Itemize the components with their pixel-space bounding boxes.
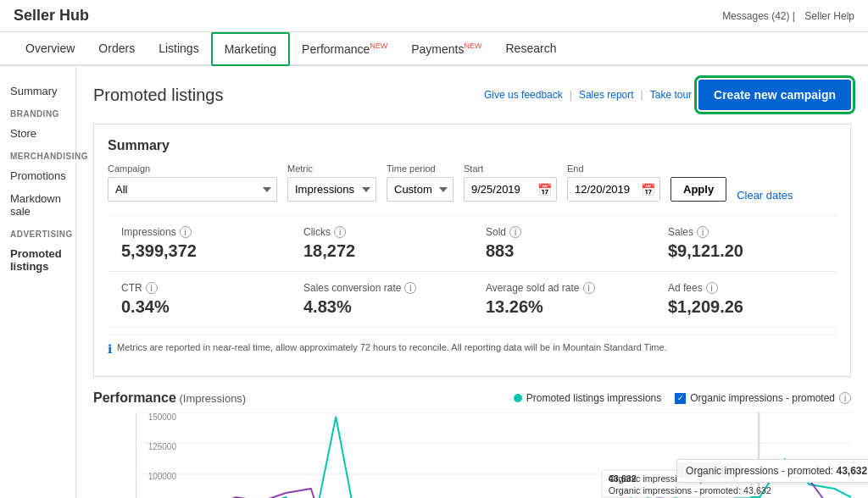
chart-legend: Promoted listings impressions Organic im… <box>514 392 851 404</box>
nav-listings[interactable]: Listings <box>147 33 210 65</box>
scr-info-icon[interactable]: i <box>404 282 416 294</box>
start-label: Start <box>464 163 557 174</box>
metric-impressions: Impressions i 5,399,372 <box>108 216 290 272</box>
chart-container: Organic impressions - promoted: 43,632 O… <box>136 412 851 498</box>
asar-info-icon[interactable]: i <box>583 282 595 294</box>
performance-subtitle: (Impressions) <box>179 392 246 405</box>
metric-scr-label: Sales conversion rate i <box>303 282 459 294</box>
metric-ctr: CTR i 0.34% <box>108 272 290 328</box>
sidebar-item-store[interactable]: Store <box>0 122 75 145</box>
apply-button[interactable]: Apply <box>670 177 726 202</box>
metric-ctr-value: 0.34% <box>121 297 276 317</box>
metric-clicks: Clicks i 18,272 <box>290 216 472 272</box>
summary-title: Summary <box>108 138 837 153</box>
sidebar-section-advertising: ADVERTISING <box>0 223 75 242</box>
impressions-info-icon[interactable]: i <box>180 226 192 238</box>
nav-payments[interactable]: PaymentsNEW <box>399 33 493 66</box>
organic-legend-label: Organic impressions - promoted <box>690 392 835 404</box>
y-label-100k: 100000 <box>136 472 176 481</box>
metric-clicks-label: Clicks i <box>303 226 459 238</box>
metric-impressions-label: Impressions i <box>121 226 276 238</box>
page-title: Promoted listings <box>93 86 223 105</box>
sidebar: Summary BRANDING Store MERCHANDISING Pro… <box>0 66 76 498</box>
legend-promoted: Promoted listings impressions <box>514 392 661 404</box>
metrics-notice: ℹ Metrics are reported in near-real time… <box>108 335 837 362</box>
metric-scr: Sales conversion rate i 4.83% <box>290 272 472 328</box>
metric-select[interactable]: Impressions <box>287 177 376 202</box>
svg-text:Organic impressions - promoted: Organic impressions - promoted: 43,632 <box>609 485 771 495</box>
metric-sold: Sold i 883 <box>472 216 654 272</box>
create-campaign-button[interactable]: Create new campaign <box>698 80 851 110</box>
performance-section: Performance (Impressions) Promoted listi… <box>93 390 851 498</box>
end-label: End <box>567 163 660 174</box>
nav-research[interactable]: Research <box>494 33 569 65</box>
nav-orders[interactable]: Orders <box>86 33 147 65</box>
nav-performance[interactable]: PerformanceNEW <box>290 33 399 66</box>
messages-link[interactable]: Messages (42) <box>722 10 789 22</box>
metric-clicks-value: 18,272 <box>303 241 459 261</box>
sidebar-section-branding: BRANDING <box>0 102 75 122</box>
metric-sold-label: Sold i <box>486 226 641 238</box>
promoted-legend-label: Promoted listings impressions <box>526 392 661 404</box>
give-feedback-link[interactable]: Give us feedback <box>484 89 563 101</box>
ctr-info-icon[interactable]: i <box>146 282 158 294</box>
legend-organic: Organic impressions - promoted i <box>675 392 851 404</box>
y-axis: 150000 125000 100000 75000 50000 25000 0 <box>136 412 176 498</box>
end-filter: End 📅 <box>567 163 660 202</box>
metric-asar-label: Average sold ad rate i <box>486 282 641 294</box>
sidebar-item-promoted-listings[interactable]: Promoted listings <box>0 242 75 278</box>
metric-ad-fees-value: $1,209.26 <box>668 297 823 317</box>
organic-legend-checkbox[interactable] <box>675 393 686 404</box>
metrics-grid: Impressions i 5,399,372 Clicks i 18,272 … <box>108 215 837 328</box>
metric-sales-value: $9,121.20 <box>668 241 823 261</box>
nav-overview[interactable]: Overview <box>14 33 86 65</box>
chart-wrapper: Organic impressions - promoted: 43,632 O… <box>136 412 851 498</box>
layout: Summary BRANDING Store MERCHANDISING Pro… <box>0 66 868 498</box>
top-bar-links: Messages (42) | Seller Help <box>715 10 854 22</box>
time-period-select[interactable]: Custom <box>387 177 453 202</box>
tooltip-label: Organic impressions - promoted: <box>686 465 836 477</box>
sales-info-icon[interactable]: i <box>697 226 709 238</box>
sidebar-section-merchandising: MERCHANDISING <box>0 145 75 164</box>
notice-text: Metrics are reported in near-real time, … <box>117 342 667 352</box>
app-title: Seller Hub <box>14 7 89 25</box>
time-period-label: Time period <box>387 163 453 174</box>
performance-chart: Organic impressions - promoted: 43,632 O… <box>136 412 851 498</box>
sidebar-item-summary[interactable]: Summary <box>0 80 75 102</box>
performance-badge: NEW <box>370 42 387 50</box>
notice-info-icon: ℹ <box>108 342 112 356</box>
sold-info-icon[interactable]: i <box>509 226 521 238</box>
filter-row: Campaign All Metric Impressions Time per… <box>108 163 837 202</box>
sidebar-item-markdown-sale[interactable]: Markdown sale <box>0 187 75 223</box>
sales-report-link[interactable]: Sales report <box>579 89 634 101</box>
nav-marketing[interactable]: Marketing <box>211 32 290 66</box>
metric-asar: Average sold ad rate i 13.26% <box>472 272 654 328</box>
campaign-label: Campaign <box>108 163 277 174</box>
page-header: Promoted listings Give us feedback | Sal… <box>93 80 851 110</box>
y-label-125k: 125000 <box>136 442 176 451</box>
start-calendar-icon[interactable]: 📅 <box>537 183 552 196</box>
end-date-wrapper: 📅 <box>567 177 660 202</box>
campaign-select[interactable]: All <box>108 177 277 202</box>
tooltip-value: 43,632 <box>836 465 867 477</box>
end-calendar-icon[interactable]: 📅 <box>641 183 655 196</box>
clicks-info-icon[interactable]: i <box>334 226 346 238</box>
time-period-filter: Time period Custom <box>387 163 453 202</box>
payments-badge: NEW <box>465 42 482 50</box>
metric-impressions-value: 5,399,372 <box>121 241 276 261</box>
main-content: Promoted listings Give us feedback | Sal… <box>76 66 868 498</box>
ad-fees-info-icon[interactable]: i <box>706 282 718 294</box>
sidebar-item-promotions[interactable]: Promotions <box>0 164 75 187</box>
clear-dates-link[interactable]: Clear dates <box>737 189 793 202</box>
metric-sales-label: Sales i <box>668 226 823 238</box>
y-label-150k: 150000 <box>136 412 176 422</box>
seller-help-link[interactable]: Seller Help <box>804 10 854 22</box>
start-filter: Start 📅 <box>464 163 557 202</box>
take-tour-link[interactable]: Take tour <box>650 89 692 101</box>
promoted-legend-dot <box>514 394 522 402</box>
performance-title: Performance <box>93 390 176 405</box>
metric-sold-value: 883 <box>486 241 641 261</box>
metric-ctr-label: CTR i <box>121 282 276 294</box>
top-bar: Seller Hub Messages (42) | Seller Help <box>0 0 868 32</box>
organic-legend-info-icon[interactable]: i <box>839 392 851 404</box>
